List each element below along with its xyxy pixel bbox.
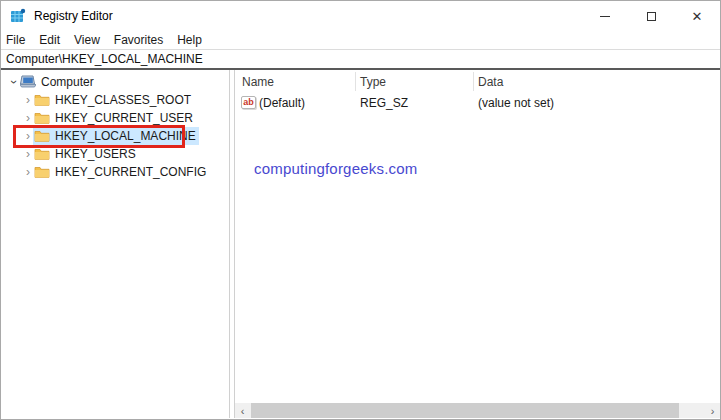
column-separator[interactable] — [355, 72, 356, 91]
folder-icon — [34, 93, 50, 107]
close-icon: ✕ — [692, 10, 703, 23]
tree-label[interactable]: HKEY_CLASSES_ROOT — [55, 93, 191, 107]
window-title: Registry Editor — [34, 9, 113, 23]
menu-view[interactable]: View — [67, 33, 107, 47]
address-bar[interactable]: Computer\HKEY_LOCAL_MACHINE — [1, 49, 720, 70]
close-button[interactable]: ✕ — [674, 1, 720, 31]
string-value-icon: ab — [241, 96, 256, 109]
chevron-right-icon[interactable]: › — [23, 166, 33, 178]
scrollbar-thumb[interactable] — [251, 403, 679, 418]
title-bar: Registry Editor ✕ — [1, 1, 720, 31]
minimize-icon — [600, 16, 610, 17]
tree-item-hkey-classes-root[interactable]: › HKEY_CLASSES_ROOT — [1, 91, 227, 109]
menu-file[interactable]: File — [1, 33, 32, 47]
tree-label[interactable]: HKEY_CURRENT_CONFIG — [55, 165, 206, 179]
tree-pane: › Computer › HKEY_ — [1, 70, 230, 418]
chevron-right-icon[interactable]: › — [23, 112, 33, 124]
tree-label[interactable]: HKEY_LOCAL_MACHINE — [55, 129, 196, 143]
window-controls: ✕ — [582, 1, 720, 31]
scroll-right-button[interactable]: › — [705, 403, 720, 418]
horizontal-scrollbar[interactable]: ‹ › — [235, 403, 720, 418]
scroll-left-button[interactable]: ‹ — [235, 403, 250, 418]
registry-editor-app-icon — [10, 8, 26, 24]
maximize-button[interactable] — [628, 1, 674, 31]
tree-label[interactable]: HKEY_USERS — [55, 147, 136, 161]
tree-item-hkey-current-config[interactable]: › HKEY_CURRENT_CONFIG — [1, 163, 227, 181]
chevron-right-icon[interactable]: › — [23, 130, 33, 142]
menu-bar: File Edit View Favorites Help — [1, 31, 720, 49]
chevron-right-icon[interactable]: › — [23, 148, 33, 160]
column-header-name[interactable]: Name — [242, 75, 274, 89]
tree-item-hkey-current-user[interactable]: › HKEY_CURRENT_USER — [1, 109, 227, 127]
value-name: (Default) — [259, 96, 305, 110]
folder-icon — [34, 147, 50, 161]
tree-item-computer[interactable]: › Computer — [1, 73, 227, 91]
folder-icon — [34, 129, 50, 143]
registry-editor-window: Registry Editor ✕ File Edit View Favorit… — [0, 0, 721, 420]
menu-edit[interactable]: Edit — [32, 33, 67, 47]
tree-label-computer[interactable]: Computer — [41, 75, 94, 89]
column-header-data[interactable]: Data — [478, 75, 503, 89]
list-header: Name Type Data — [235, 70, 720, 93]
value-data: (value not set) — [478, 96, 554, 110]
watermark-text: computingforgeeks.com — [254, 160, 417, 177]
selected-tree-item[interactable]: HKEY_LOCAL_MACHINE — [33, 127, 199, 145]
value-type: REG_SZ — [360, 96, 408, 110]
minimize-button[interactable] — [582, 1, 628, 31]
tree-item-hkey-users[interactable]: › HKEY_USERS — [1, 145, 227, 163]
address-path: Computer\HKEY_LOCAL_MACHINE — [6, 52, 203, 66]
menu-favorites[interactable]: Favorites — [107, 33, 170, 47]
maximize-icon — [647, 12, 656, 21]
tree-label[interactable]: HKEY_CURRENT_USER — [55, 111, 193, 125]
value-row-default[interactable]: ab (Default) REG_SZ (value not set) — [235, 94, 720, 113]
value-list-pane: Name Type Data ab (Default) REG_SZ (valu… — [234, 70, 720, 418]
chevron-right-icon[interactable]: › — [23, 94, 33, 106]
column-separator[interactable] — [473, 72, 474, 91]
folder-icon — [34, 165, 50, 179]
column-header-type[interactable]: Type — [360, 75, 386, 89]
menu-help[interactable]: Help — [170, 33, 209, 47]
computer-icon — [20, 75, 36, 89]
folder-icon — [34, 111, 50, 125]
chevron-down-icon[interactable]: › — [8, 77, 20, 87]
tree-item-hkey-local-machine[interactable]: › HKEY_LOCAL_MACHINE — [1, 127, 227, 145]
